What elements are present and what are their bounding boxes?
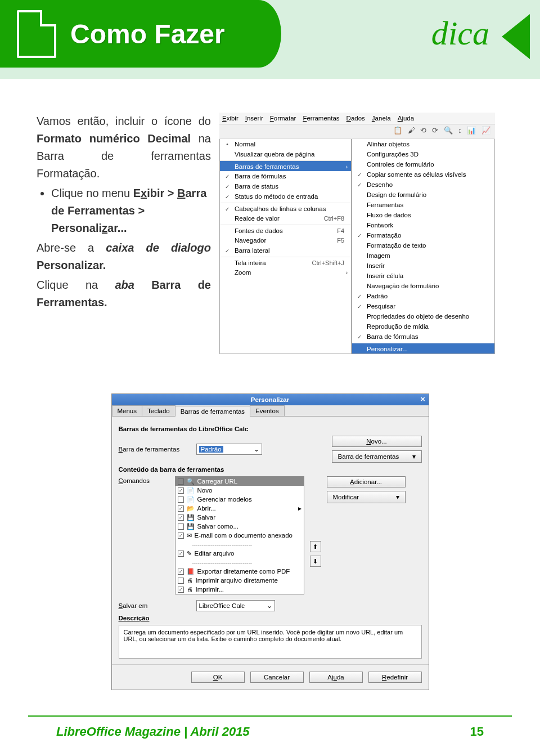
article-p2: Abre-se a caixa de dialogo Personalizar. xyxy=(37,239,211,274)
cmd-item[interactable]: 🔍Carregar URL xyxy=(176,477,304,486)
submenu-item[interactable]: Alinhar objetos xyxy=(352,139,494,149)
menu-ajuda[interactable]: Ajuda xyxy=(398,115,414,122)
submenu-item[interactable]: ✓Desenho xyxy=(352,180,494,190)
screenshot-dialog: Personalizar ✕ MenusTecladoBarras de fer… xyxy=(111,393,429,690)
tab-teclado[interactable]: Teclado xyxy=(142,405,176,416)
tab-eventos[interactable]: Eventos xyxy=(250,405,285,416)
menu-item[interactable]: ✓Barra lateral xyxy=(220,245,351,256)
submenu-item[interactable]: ✓Formatação xyxy=(352,230,494,240)
submenu-item[interactable]: ✓Pesquisar xyxy=(352,301,494,311)
txt: Vamos então, incluir o ícone do xyxy=(37,115,211,127)
menu-exibir[interactable]: Exibir xyxy=(222,115,238,122)
submenu-item[interactable]: Ferramentas xyxy=(352,200,494,210)
cmd-item[interactable]: ✓✉E-mail com o documento anexado xyxy=(176,531,304,540)
cmd-separator: -------------------------------- xyxy=(176,558,304,567)
submenu-item[interactable]: Propriedades do objeto de desenho xyxy=(352,311,494,321)
toolbar: 📋 🖌 ⟲ ⟳ 🔍 ↕ 📊 📈 xyxy=(219,124,495,139)
barra-value: Padrão xyxy=(199,446,223,453)
menu-item[interactable]: Realce de valorCtrl+F8 xyxy=(220,213,351,223)
chevron-down-icon: ▾ xyxy=(396,493,399,501)
submenu-item[interactable]: ✓Padrão xyxy=(352,291,494,301)
adicionar-button[interactable]: Adicionar... xyxy=(327,476,406,487)
dialog-footer: OK Cancelar Ajuda Redefinir xyxy=(112,664,429,690)
reset-button[interactable]: Redefinir xyxy=(368,672,422,683)
cmd-item[interactable]: ✓🔍Visualizar página xyxy=(176,594,304,594)
cmd-item[interactable]: ✓📂Abrir...▸ xyxy=(176,504,304,513)
cmd-item[interactable]: ✓🖨Imprimir... xyxy=(176,585,304,594)
menu-item[interactable]: Tela inteiraCtrl+Shift+J xyxy=(220,257,351,267)
txt: ibir > xyxy=(147,187,177,199)
cmd-item[interactable]: 💾Salvar como... xyxy=(176,522,304,531)
move-down-button[interactable]: ⬇ xyxy=(310,556,321,567)
menu-janela[interactable]: Janela xyxy=(372,115,391,122)
submenu-item[interactable]: ✓Barra de fórmulas xyxy=(352,332,494,342)
submenu-item[interactable]: Controles de formulário xyxy=(352,159,494,169)
submenu-item[interactable]: Personalizar... xyxy=(352,343,494,354)
bullet-1: Clique no menu Exibir > Barra de Ferrame… xyxy=(51,185,211,237)
header-banner: Como Fazer xyxy=(0,0,281,68)
barra-dropdown-button[interactable]: Barra de ferramentas ▾ xyxy=(332,450,422,463)
txt: E xyxy=(133,187,141,199)
barra-label: Barra de ferramentas xyxy=(119,446,192,453)
cancel-button[interactable]: Cancelar xyxy=(250,672,304,683)
menu-item[interactable]: NavegadorF5 xyxy=(220,235,351,245)
cmd-item[interactable]: 📄Gerenciar modelos xyxy=(176,495,304,504)
submenu-item[interactable]: Inserir célula xyxy=(352,271,494,281)
article-bullets: Clique no menu Exibir > Barra de Ferrame… xyxy=(37,185,211,237)
txt: Clique na xyxy=(37,279,115,291)
menu-exibir: •NormalVisualizar quebra de páginaBarras… xyxy=(219,139,352,354)
submenu-item[interactable]: Configurações 3D xyxy=(352,149,494,159)
submenu-item[interactable]: Imagem xyxy=(352,250,494,261)
submenu-item[interactable]: Formatação de texto xyxy=(352,240,494,250)
dialog-title: Personalizar ✕ xyxy=(112,394,429,405)
cmd-item[interactable]: 🖨Imprimir arquivo diretamente xyxy=(176,576,304,585)
menu-item[interactable]: •Normal xyxy=(220,139,351,149)
row-salvar: Salvar em LibreOffice Calc ⌄ xyxy=(119,600,422,611)
submenu-item[interactable]: Navegação de formulário xyxy=(352,281,494,291)
submenu-item[interactable]: Design de formulário xyxy=(352,190,494,200)
menu-item[interactable]: Barras de ferramentas› xyxy=(220,160,351,171)
submenu-item[interactable]: Inserir xyxy=(352,261,494,271)
menu-item[interactable]: Fontes de dadosF4 xyxy=(220,225,351,235)
txt: ar... xyxy=(107,222,127,234)
toolbar-icons: 📋 🖌 ⟲ ⟳ 🔍 ↕ 📊 📈 xyxy=(393,126,492,135)
article-text: Vamos então, incluir o ícone do Formato … xyxy=(37,113,211,354)
submenu-item[interactable]: Fontwork xyxy=(352,220,494,230)
document-icon xyxy=(17,10,56,58)
ok-button[interactable]: OK xyxy=(191,672,245,683)
novo-button[interactable]: Novo... xyxy=(332,436,422,447)
menu-item[interactable]: Zoom› xyxy=(220,267,351,278)
tab-barras-de-ferramentas[interactable]: Barras de ferramentas xyxy=(175,406,250,417)
menu-item[interactable]: ✓Status do método de entrada xyxy=(220,191,351,202)
menu-item[interactable]: ✓Cabeçalhos de linhas e colunas xyxy=(220,203,351,213)
menu-item[interactable]: ✓Barra de fórmulas xyxy=(220,171,351,181)
submenu-item[interactable]: Fluxo de dados xyxy=(352,210,494,220)
menu-formatar[interactable]: Formatar xyxy=(270,115,296,122)
cmd-item[interactable]: ✓💾Salvar xyxy=(176,513,304,522)
submenu-item[interactable]: ✓Copiar somente as células visíveis xyxy=(352,169,494,180)
cmd-item[interactable]: ✓📄Novo xyxy=(176,486,304,495)
cmd-item[interactable]: ✓📕Exportar diretamente como PDF xyxy=(176,567,304,576)
tab-menus[interactable]: Menus xyxy=(112,405,143,416)
commands-list[interactable]: 🔍Carregar URL✓📄Novo📄Gerenciar modelos✓📂A… xyxy=(175,476,304,594)
salvar-label: Salvar em xyxy=(119,602,192,609)
submenu-item[interactable]: Reprodução de mídia xyxy=(352,321,494,332)
menu-ferramentas[interactable]: Ferramentas xyxy=(303,115,339,122)
modificar-button[interactable]: Modificar ▾ xyxy=(327,491,406,503)
page-number: 15 xyxy=(470,724,484,739)
help-button[interactable]: Ajuda xyxy=(309,672,363,683)
btn-mod-label: Modificar xyxy=(333,494,359,500)
close-icon[interactable]: ✕ xyxy=(420,396,425,403)
dialog-tabs: MenusTecladoBarras de ferramentasEventos xyxy=(112,405,429,417)
salvar-select[interactable]: LibreOffice Calc ⌄ xyxy=(196,600,275,611)
menu-item[interactable]: Visualizar quebra de página xyxy=(220,149,351,159)
menu-inserir[interactable]: Inserir xyxy=(245,115,263,122)
menu-item[interactable]: ✓Barra de status xyxy=(220,181,351,191)
move-up-button[interactable]: ⬆ xyxy=(310,541,321,552)
screenshot-menu: ExibirInserirFormatarFerramentasDadosJan… xyxy=(219,113,495,354)
barra-select[interactable]: Padrão ⌄ xyxy=(196,444,263,455)
section1-title: Barras de ferramentas do LibreOffice Cal… xyxy=(119,426,422,432)
salvar-value: LibreOffice Calc xyxy=(199,602,245,609)
menu-dados[interactable]: Dados xyxy=(346,115,365,122)
cmd-item[interactable]: ✓✎Editar arquivo xyxy=(176,549,304,558)
